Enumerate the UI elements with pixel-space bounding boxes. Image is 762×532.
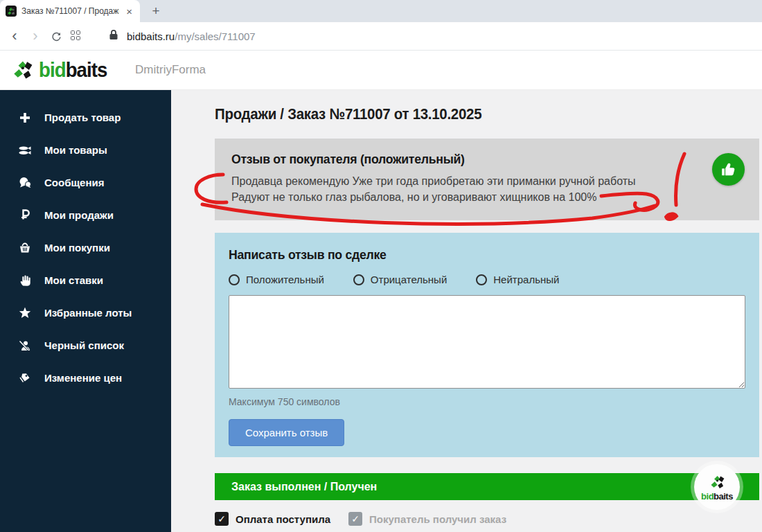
messages-icon — [18, 177, 32, 188]
sidebar-item-label: Черный список — [44, 339, 124, 351]
reload-icon[interactable] — [46, 28, 67, 44]
sidebar-item-label: Мои покупки — [44, 242, 110, 254]
sidebar-item-my-bids[interactable]: Мои ставки — [0, 264, 171, 296]
tab-title: Заказ №711007 / Продажи / — [21, 6, 119, 16]
browser-tab[interactable]: Заказ №711007 / Продажи / × — [0, 0, 140, 22]
radio-negative[interactable]: Отрицательный — [353, 274, 447, 285]
url-host: bidbaits.ru — [127, 30, 175, 42]
logo-wordmark: bidbaits — [39, 60, 107, 80]
sidebar-item-blacklist[interactable]: Черный список — [0, 329, 171, 362]
plus-icon — [18, 112, 32, 123]
sidebar: Продать товар Мои товары Сообщения Мои п… — [0, 90, 171, 532]
buyer-review-title: Отзыв от покупателя (положительный) — [231, 152, 743, 167]
goods-icon — [18, 145, 32, 156]
checkbox-checked-disabled-icon: ✓ — [348, 512, 362, 526]
sidebar-item-sell[interactable]: Продать товар — [0, 101, 171, 134]
new-tab-button[interactable]: + — [147, 2, 165, 20]
sidebar-item-label: Мои товары — [44, 144, 107, 156]
sidebar-item-label: Мои продажи — [44, 209, 114, 221]
back-icon[interactable]: ‹ — [4, 28, 25, 44]
favicon-icon — [6, 6, 17, 17]
sidebar-item-favorites[interactable]: Избранные лоты — [0, 296, 171, 329]
buyer-review-text-line2: Радуют не только глаз рыбалова, но и уго… — [231, 189, 743, 205]
close-tab-icon[interactable]: × — [124, 6, 134, 17]
forward-icon: › — [25, 28, 46, 44]
bidbaits-logo-icon — [10, 57, 35, 82]
blocked-user-icon — [18, 340, 32, 351]
write-review-title: Написать отзыв по сделке — [229, 247, 745, 263]
buyer-review-text-line1: Продавца рекомендую Уже три года приобре… — [231, 173, 743, 189]
review-type-radio-group: Положительный Отрицательный Нейтральный — [229, 274, 745, 285]
order-status-bar: Заказ выполнен / Получен — [215, 473, 759, 500]
basket-icon — [18, 242, 32, 254]
payment-received-checkbox[interactable]: ✓ Оплата поступила — [215, 512, 330, 526]
bidbaits-logo[interactable]: bidbaits — [10, 57, 113, 82]
buyer-received-checkbox: ✓ Покупатель получил заказ — [348, 512, 506, 526]
ruble-icon — [18, 209, 32, 221]
lock-icon — [109, 29, 118, 43]
write-review-panel: Написать отзыв по сделке Положительный О… — [215, 233, 759, 457]
checkbox-checked-icon: ✓ — [215, 512, 229, 526]
max-chars-hint: Максимум 750 символов — [229, 396, 745, 407]
buyer-review-panel: Отзыв от покупателя (положительный) Прод… — [215, 139, 759, 220]
save-review-button[interactable]: Сохранить отзыв — [229, 419, 344, 446]
order-checkboxes: ✓ Оплата поступила ✓ Покупатель получил … — [215, 512, 506, 526]
browser-tab-strip: Заказ №711007 / Продажи / × + — [0, 0, 762, 22]
watermark-wordmark: bidbaits — [701, 492, 733, 501]
username[interactable]: DmitriyForma — [135, 63, 206, 77]
sidebar-item-label: Мои ставки — [44, 274, 103, 286]
apps-grid-icon[interactable] — [71, 30, 82, 42]
sidebar-item-label: Избранные лоты — [44, 307, 132, 319]
radio-positive[interactable]: Положительный — [229, 274, 324, 285]
thumbs-up-icon — [720, 161, 737, 178]
price-tag-icon — [18, 373, 32, 384]
sidebar-item-label: Сообщения — [44, 177, 104, 188]
browser-url-bar: ‹ › bidbaits.ru/my/sales/711007 — [0, 22, 762, 51]
site-header: bidbaits DmitriyForma — [0, 51, 762, 90]
star-icon — [18, 307, 32, 319]
sidebar-item-my-purchases[interactable]: Мои покупки — [0, 231, 171, 264]
radio-circle-icon — [353, 274, 364, 285]
bidbaits-watermark-icon — [708, 473, 726, 491]
main-content: Продажи / Заказ №711007 от 13.10.2025 От… — [171, 90, 762, 532]
positive-review-badge[interactable] — [712, 153, 745, 186]
hand-icon — [18, 274, 32, 287]
sidebar-item-messages[interactable]: Сообщения — [0, 166, 171, 199]
page-title: Продажи / Заказ №711007 от 13.10.2025 — [215, 105, 502, 123]
review-textarea[interactable] — [229, 295, 745, 389]
radio-circle-icon — [229, 274, 240, 285]
sidebar-item-label: Изменение цен — [44, 372, 122, 384]
radio-neutral[interactable]: Нейтральный — [476, 274, 559, 285]
sidebar-item-my-sales[interactable]: Мои продажи — [0, 199, 171, 231]
order-status-label: Заказ выполнен / Получен — [231, 481, 377, 493]
url-path: /my/sales/711007 — [175, 30, 255, 42]
bidbaits-watermark: bidbaits — [694, 464, 740, 510]
sidebar-item-label: Продать товар — [44, 112, 121, 123]
sidebar-item-price-changes[interactable]: Изменение цен — [0, 362, 171, 394]
sidebar-item-my-goods[interactable]: Мои товары — [0, 134, 171, 166]
radio-circle-icon — [476, 274, 487, 285]
url-text[interactable]: bidbaits.ru/my/sales/711007 — [127, 30, 256, 42]
